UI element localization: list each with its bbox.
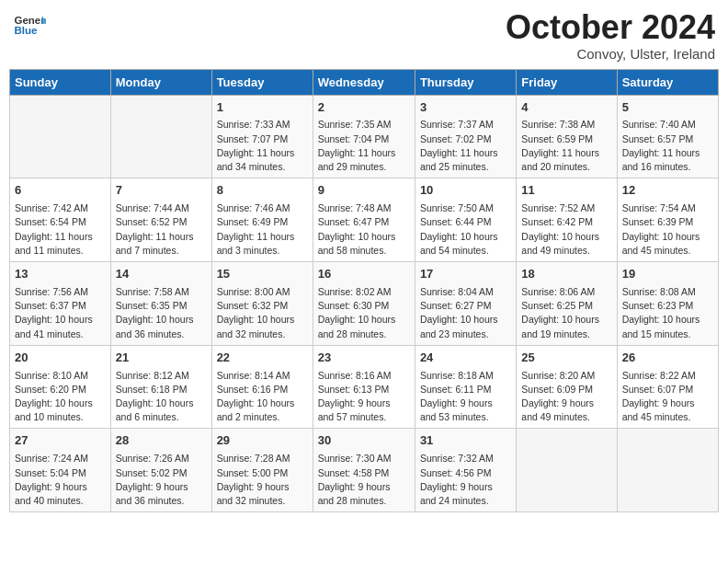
- day-detail: Sunrise: 8:00 AM: [217, 285, 308, 299]
- week-row-5: 27Sunrise: 7:24 AMSunset: 5:04 PMDayligh…: [10, 429, 719, 512]
- day-number: 9: [318, 182, 410, 200]
- day-detail: Sunset: 6:52 PM: [116, 215, 207, 229]
- day-detail: Daylight: 11 hours: [15, 230, 106, 244]
- day-detail: Daylight: 10 hours: [15, 396, 106, 410]
- day-detail: and 16 minutes.: [622, 160, 713, 174]
- day-detail: and 45 minutes.: [622, 244, 713, 258]
- day-detail: Sunset: 4:58 PM: [318, 466, 410, 480]
- calendar-cell: 6Sunrise: 7:42 AMSunset: 6:54 PMDaylight…: [10, 178, 111, 262]
- day-detail: Daylight: 9 hours: [420, 396, 511, 410]
- column-header-sunday: Sunday: [10, 69, 111, 95]
- column-header-monday: Monday: [110, 69, 211, 95]
- day-number: 6: [15, 182, 106, 200]
- day-detail: Sunset: 6:49 PM: [217, 215, 308, 229]
- day-detail: Daylight: 11 hours: [217, 230, 308, 244]
- calendar-cell: 4Sunrise: 7:38 AMSunset: 6:59 PMDaylight…: [517, 95, 617, 178]
- calendar-cell: 18Sunrise: 8:06 AMSunset: 6:25 PMDayligh…: [517, 262, 617, 346]
- day-detail: Sunset: 6:30 PM: [318, 299, 410, 313]
- day-detail: Sunset: 7:02 PM: [420, 132, 511, 146]
- calendar-cell: 5Sunrise: 7:40 AMSunset: 6:57 PMDaylight…: [617, 95, 718, 178]
- calendar-table: SundayMondayTuesdayWednesdayThursdayFrid…: [9, 69, 719, 513]
- svg-text:General: General: [14, 15, 46, 26]
- day-detail: Sunset: 6:25 PM: [521, 299, 611, 313]
- day-detail: and 40 minutes.: [15, 494, 106, 508]
- day-detail: Sunrise: 8:02 AM: [318, 285, 410, 299]
- day-detail: Daylight: 11 hours: [521, 146, 611, 160]
- week-row-2: 6Sunrise: 7:42 AMSunset: 6:54 PMDaylight…: [10, 178, 719, 262]
- day-detail: and 10 minutes.: [15, 410, 106, 424]
- day-detail: Sunset: 6:11 PM: [420, 383, 511, 396]
- day-detail: and 28 minutes.: [318, 327, 410, 341]
- calendar-cell: 7Sunrise: 7:44 AMSunset: 6:52 PMDaylight…: [110, 178, 211, 262]
- day-detail: Daylight: 10 hours: [116, 396, 207, 410]
- day-detail: Daylight: 9 hours: [116, 480, 207, 494]
- day-detail: Sunrise: 8:18 AM: [420, 369, 511, 383]
- day-detail: Sunrise: 8:04 AM: [420, 285, 511, 299]
- day-number: 16: [318, 266, 410, 283]
- day-detail: Daylight: 9 hours: [15, 480, 106, 494]
- calendar-cell: 11Sunrise: 7:52 AMSunset: 6:42 PMDayligh…: [517, 178, 617, 262]
- day-detail: and 23 minutes.: [420, 327, 511, 341]
- day-number: 18: [521, 266, 611, 283]
- day-detail: Sunset: 5:02 PM: [116, 466, 207, 480]
- title-area: October 2024 Convoy, Ulster, Ireland: [506, 9, 715, 62]
- calendar-header-row: SundayMondayTuesdayWednesdayThursdayFrid…: [10, 69, 719, 95]
- day-detail: Daylight: 11 hours: [420, 146, 511, 160]
- day-detail: Daylight: 10 hours: [420, 313, 511, 327]
- week-row-3: 13Sunrise: 7:56 AMSunset: 6:37 PMDayligh…: [10, 262, 719, 346]
- day-number: 2: [318, 99, 410, 117]
- day-detail: Sunset: 6:16 PM: [217, 383, 308, 396]
- calendar-cell: 14Sunrise: 7:58 AMSunset: 6:35 PMDayligh…: [110, 262, 211, 346]
- calendar-cell: 1Sunrise: 7:33 AMSunset: 7:07 PMDaylight…: [211, 95, 313, 178]
- day-detail: and 41 minutes.: [15, 327, 106, 341]
- day-detail: and 32 minutes.: [217, 327, 308, 341]
- day-detail: Daylight: 11 hours: [116, 230, 207, 244]
- day-detail: Sunrise: 8:10 AM: [15, 369, 106, 383]
- calendar-cell: 30Sunrise: 7:30 AMSunset: 4:58 PMDayligh…: [313, 429, 415, 512]
- day-number: 30: [318, 432, 410, 450]
- day-detail: Sunrise: 7:54 AM: [622, 201, 713, 215]
- logo: General Blue: [13, 9, 46, 42]
- day-number: 17: [420, 266, 511, 283]
- day-detail: and 45 minutes.: [622, 410, 713, 424]
- day-detail: Sunset: 6:44 PM: [420, 215, 511, 229]
- day-detail: and 29 minutes.: [318, 160, 410, 174]
- day-detail: Sunrise: 7:44 AM: [116, 201, 207, 215]
- day-detail: Sunset: 6:39 PM: [622, 215, 713, 229]
- day-detail: Sunrise: 8:20 AM: [521, 369, 611, 383]
- day-detail: Sunset: 6:23 PM: [622, 299, 713, 313]
- day-number: 31: [420, 432, 511, 450]
- calendar-cell: 25Sunrise: 8:20 AMSunset: 6:09 PMDayligh…: [517, 345, 617, 429]
- day-number: 23: [318, 350, 410, 367]
- day-detail: Daylight: 9 hours: [622, 396, 713, 410]
- day-detail: and 32 minutes.: [217, 494, 308, 508]
- day-detail: Sunset: 7:07 PM: [217, 132, 308, 146]
- day-detail: and 6 minutes.: [116, 410, 207, 424]
- day-number: 10: [420, 182, 511, 200]
- day-number: 13: [15, 266, 106, 283]
- day-detail: and 49 minutes.: [521, 410, 611, 424]
- day-detail: Sunset: 6:13 PM: [318, 383, 410, 396]
- day-detail: Sunrise: 7:48 AM: [318, 201, 410, 215]
- day-detail: and 53 minutes.: [420, 410, 511, 424]
- day-detail: Sunrise: 7:46 AM: [217, 201, 308, 215]
- day-detail: and 28 minutes.: [318, 494, 410, 508]
- day-detail: and 58 minutes.: [318, 244, 410, 258]
- day-detail: Daylight: 10 hours: [318, 313, 410, 327]
- day-detail: Sunrise: 7:26 AM: [116, 452, 207, 465]
- svg-text:Blue: Blue: [14, 25, 38, 36]
- day-detail: Sunrise: 7:28 AM: [217, 452, 308, 465]
- calendar-cell: 23Sunrise: 8:16 AMSunset: 6:13 PMDayligh…: [313, 345, 415, 429]
- day-detail: Daylight: 10 hours: [521, 313, 611, 327]
- day-detail: Sunrise: 7:40 AM: [622, 118, 713, 132]
- day-detail: Sunset: 6:57 PM: [622, 132, 713, 146]
- day-detail: Sunset: 6:09 PM: [521, 383, 611, 396]
- day-detail: and 7 minutes.: [116, 244, 207, 258]
- day-number: 11: [521, 182, 611, 200]
- column-header-wednesday: Wednesday: [313, 69, 415, 95]
- day-detail: Daylight: 11 hours: [318, 146, 410, 160]
- day-detail: Sunrise: 8:08 AM: [622, 285, 713, 299]
- calendar-cell: 27Sunrise: 7:24 AMSunset: 5:04 PMDayligh…: [10, 429, 111, 512]
- day-detail: Sunset: 6:59 PM: [521, 132, 611, 146]
- day-detail: and 19 minutes.: [521, 327, 611, 341]
